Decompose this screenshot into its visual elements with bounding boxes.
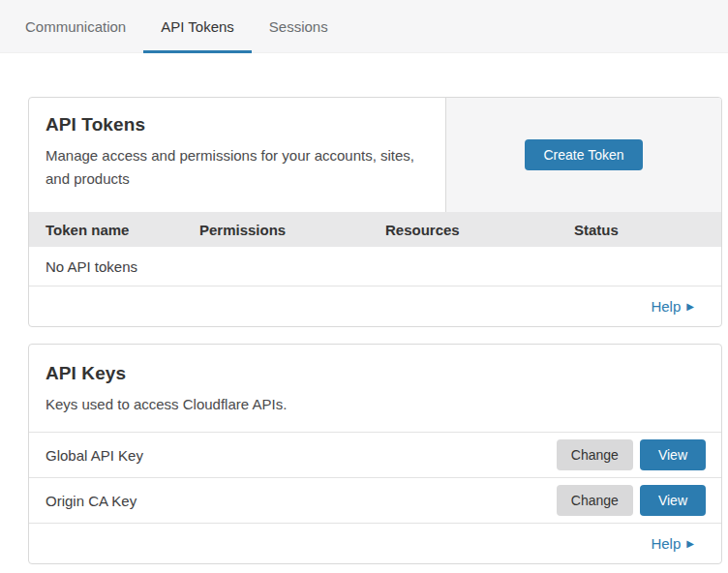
global-api-key-view-button[interactable]: View [640,439,706,470]
main-content: API Tokens Manage access and permissions… [0,53,728,564]
api-tokens-description: Manage access and permissions for your a… [46,144,426,191]
origin-ca-key-view-button[interactable]: View [640,485,706,516]
global-api-key-row: Global API Key Change View [29,433,721,478]
column-token-name: Token name [46,222,199,238]
tab-api-tokens-label: API Tokens [161,18,234,35]
api-tokens-card-header-action: Create Token [445,98,721,212]
help-arrow-icon: ▶ [686,539,694,549]
tab-communication-label: Communication [25,18,126,35]
api-tokens-card-header-text: API Tokens Manage access and permissions… [29,98,445,212]
api-tokens-title: API Tokens [46,114,426,136]
create-token-button[interactable]: Create Token [525,139,642,170]
tab-sessions[interactable]: Sessions [252,0,346,52]
api-keys-card-header: API Keys Keys used to access Cloudflare … [29,345,721,433]
api-keys-help-label: Help [651,535,681,552]
origin-ca-key-change-button[interactable]: Change [557,485,633,516]
column-resources: Resources [385,222,574,238]
tokens-empty-row: No API tokens [29,247,721,286]
global-api-key-change-button[interactable]: Change [557,439,633,470]
api-tokens-card: API Tokens Manage access and permissions… [28,97,722,327]
help-arrow-icon: ▶ [686,302,694,312]
api-keys-card-footer: Help ▶ [29,524,721,563]
origin-ca-key-label: Origin CA Key [46,493,557,509]
api-keys-title: API Keys [46,363,702,384]
tab-api-tokens[interactable]: API Tokens [143,0,252,52]
api-tokens-card-footer: Help ▶ [29,286,721,326]
api-tokens-card-header: API Tokens Manage access and permissions… [29,98,721,212]
api-keys-description: Keys used to access Cloudflare APIs. [46,393,428,416]
global-api-key-label: Global API Key [46,447,557,464]
tokens-empty-message: No API tokens [46,258,137,275]
column-status: Status [574,222,721,238]
origin-ca-key-row: Origin CA Key Change View [29,478,721,524]
tab-bar: Communication API Tokens Sessions [0,0,728,53]
tokens-table-header: Token name Permissions Resources Status [29,212,721,247]
tab-communication[interactable]: Communication [8,0,143,52]
column-permissions: Permissions [199,222,385,238]
api-keys-help-link[interactable]: Help ▶ [651,535,694,552]
api-tokens-help-link[interactable]: Help ▶ [651,298,694,315]
api-keys-card: API Keys Keys used to access Cloudflare … [28,344,722,564]
api-tokens-help-label: Help [651,298,681,315]
tab-sessions-label: Sessions [269,18,328,35]
